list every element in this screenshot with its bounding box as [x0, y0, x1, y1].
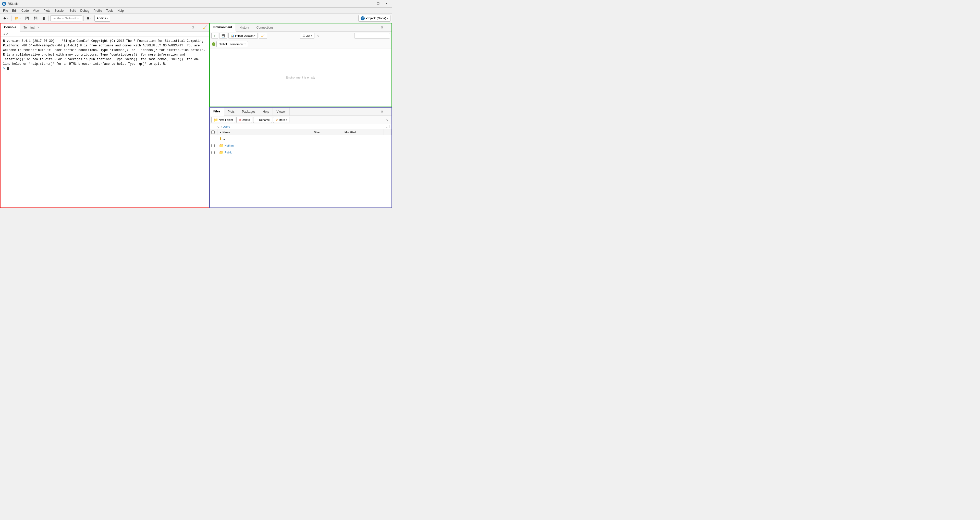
import-dataset-label: Import Dataset — [235, 34, 253, 37]
breadcrumb-more-button[interactable]: ... — [385, 125, 390, 128]
env-search-input[interactable] — [354, 33, 390, 38]
project-button[interactable]: R Project: (None) ▾ — [358, 15, 390, 22]
tab-terminal-close[interactable]: ✕ — [37, 26, 39, 29]
menu-code[interactable]: Code — [19, 8, 31, 13]
console-content[interactable]: R version 3.4.1 (2017-06-30) -- "Single … — [0, 37, 209, 208]
window-controls: — ❐ ✕ — [366, 1, 390, 6]
tab-help[interactable]: Help — [259, 108, 273, 116]
tab-viewer-label: Viewer — [277, 110, 286, 113]
tab-packages-label: Packages — [242, 110, 256, 113]
save-icon: 💾 — [25, 17, 29, 20]
list-label: List — [306, 34, 310, 37]
right-panel: Environment History Connections ⊡ — ⬆ — [209, 23, 392, 208]
header-modified[interactable]: Modified — [343, 129, 384, 135]
save-all-button[interactable]: 💾 — [32, 15, 39, 22]
maximize-button[interactable]: ❐ — [375, 1, 382, 6]
close-button[interactable]: ✕ — [383, 1, 390, 6]
layout-icon: ⊞ — [87, 17, 89, 20]
tab-connections[interactable]: Connections — [253, 24, 277, 31]
addins-button[interactable]: Addins ▾ — [94, 15, 110, 22]
menu-tools[interactable]: Tools — [104, 8, 115, 13]
files-refresh-button[interactable]: ↻ — [384, 117, 390, 123]
row-extra-cell — [384, 135, 391, 142]
row-extra-nathan — [384, 142, 391, 149]
open-file-arrow: ▾ — [19, 17, 21, 20]
table-row[interactable]: ⬆ .. — [210, 135, 391, 142]
new-folder-button[interactable]: 📁 New Folder — [211, 117, 235, 123]
list-view-button[interactable]: ☰ List ▾ — [300, 33, 314, 39]
layout-button[interactable]: ⊞ ▾ — [85, 15, 94, 22]
menu-edit[interactable]: Edit — [10, 8, 19, 13]
row-size-cell — [312, 135, 343, 142]
menu-profile[interactable]: Profile — [91, 8, 104, 13]
minimize-button[interactable]: — — [366, 1, 374, 6]
save-all-icon: 💾 — [34, 17, 38, 20]
tab-files-label: Files — [213, 109, 220, 113]
files-maximize-button[interactable]: ⊡ — [379, 109, 384, 114]
open-file-button[interactable]: 📂 ▾ — [13, 15, 22, 22]
menu-view[interactable]: View — [31, 8, 41, 13]
addins-label: Addins — [97, 17, 106, 20]
tab-terminal-label: Terminal — [24, 26, 35, 29]
console-maximize-button[interactable]: ⊡ — [190, 25, 196, 30]
tab-console[interactable]: Console — [0, 24, 20, 32]
row-checkbox-public[interactable] — [211, 151, 215, 154]
menu-build[interactable]: Build — [67, 8, 78, 13]
header-name[interactable]: ▲ Name — [218, 129, 312, 135]
delete-button[interactable]: ⊗ Delete — [236, 117, 252, 123]
import-dataset-button[interactable]: 📊 Import Dataset ▾ — [228, 33, 258, 39]
toolbar: ⊕ ▾ 📂 ▾ 💾 💾 🖨 → → Go to file/function Go… — [0, 14, 392, 23]
rename-icon: → — [256, 118, 258, 121]
env-toolbar: ⬆ 💾 📊 Import Dataset ▾ 🧹 ☰ List ▾ — [210, 32, 391, 40]
folder-link-public[interactable]: Public — [224, 151, 232, 154]
tab-history[interactable]: History — [236, 24, 253, 31]
tab-packages[interactable]: Packages — [239, 108, 259, 116]
left-panel-tabs: Console Terminal ✕ ⊡ — 🧹 — [0, 24, 209, 32]
folder-link-nathan[interactable]: Nathan — [224, 144, 234, 147]
env-minimize-button[interactable]: — — [385, 25, 390, 30]
tab-files[interactable]: Files — [210, 108, 224, 116]
print-button[interactable]: 🖨 — [40, 15, 47, 22]
delete-label: Delete — [242, 118, 250, 121]
menu-help[interactable]: Help — [115, 8, 126, 13]
env-clear-button[interactable]: 🧹 — [259, 33, 267, 39]
goto-button[interactable]: → → Go to file/function Go to file/funct… — [50, 15, 82, 21]
tab-plots[interactable]: Plots — [224, 108, 239, 116]
table-row[interactable]: 📁 Public — [210, 149, 391, 156]
files-minimize-button[interactable]: — — [385, 109, 390, 114]
env-save-button[interactable]: 💾 — [219, 33, 228, 39]
breadcrumb-checkbox[interactable] — [212, 125, 215, 128]
env-empty-message: Environment is empty — [210, 48, 391, 106]
menu-plots[interactable]: Plots — [41, 8, 52, 13]
menu-debug[interactable]: Debug — [78, 8, 91, 13]
env-load-button[interactable]: ⬆ — [211, 33, 218, 39]
menu-session[interactable]: Session — [52, 8, 67, 13]
import-dataset-icon: 📊 — [231, 34, 234, 38]
console-prompt: > — [3, 67, 5, 70]
tab-viewer[interactable]: Viewer — [273, 108, 290, 116]
tab-console-label: Console — [4, 25, 16, 29]
console-minimize-button[interactable]: — — [196, 25, 202, 30]
new-file-button[interactable]: ⊕ ▾ — [2, 15, 10, 22]
row-checkbox-cell — [210, 135, 218, 142]
row-size-public — [312, 149, 343, 156]
table-row[interactable]: 📁 Nathan — [210, 142, 391, 149]
app-icon: R — [2, 2, 6, 6]
tab-terminal[interactable]: Terminal ✕ — [20, 24, 43, 31]
save-button[interactable]: 💾 — [24, 15, 31, 22]
more-button[interactable]: ⚙ More ▾ — [273, 117, 290, 123]
global-env-button[interactable]: Global Environment ▾ — [216, 41, 248, 47]
console-clear-button[interactable]: 🧹 — [202, 25, 208, 30]
rename-button[interactable]: → Rename — [253, 117, 272, 123]
select-all-checkbox[interactable] — [211, 130, 215, 134]
nav-up-icon: ⬆ — [219, 136, 222, 141]
tab-plots-label: Plots — [228, 110, 234, 113]
header-size[interactable]: Size — [312, 129, 343, 135]
left-panel-controls: ⊡ — 🧹 — [190, 24, 209, 31]
breadcrumb-users[interactable]: Users — [223, 125, 230, 128]
row-checkbox-nathan[interactable] — [211, 144, 215, 147]
tab-environment[interactable]: Environment — [210, 24, 236, 32]
env-maximize-button[interactable]: ⊡ — [379, 25, 384, 30]
env-refresh-button[interactable]: ↻ — [315, 33, 321, 38]
menu-file[interactable]: File — [1, 8, 10, 13]
